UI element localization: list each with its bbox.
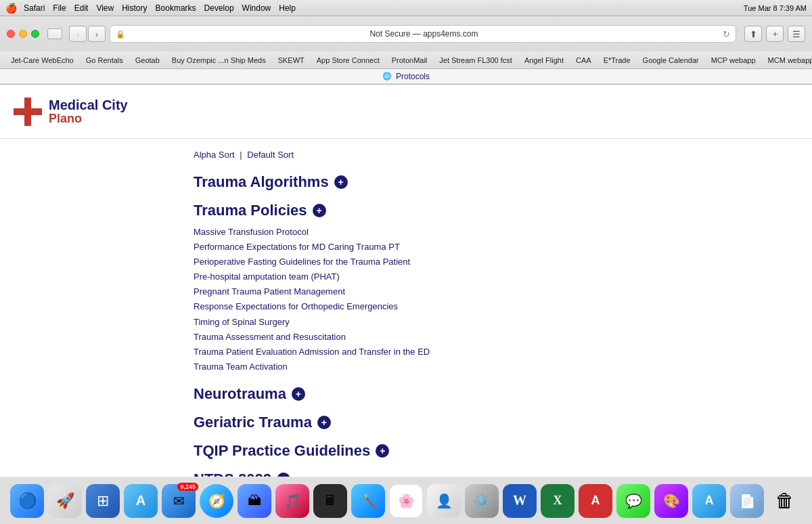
policy-prehospital-amputation[interactable]: Pre-hospital amputation team (PHAT) [194, 269, 785, 284]
dock-mail[interactable]: ✉ 9,245 [162, 484, 196, 518]
site-header: Medical City Plano [0, 85, 812, 139]
dock-creativek[interactable]: 🎨 [654, 484, 688, 518]
page-scroll-area[interactable]: Alpha Sort | Default Sort Trauma Algorit… [0, 139, 812, 477]
policy-pregnant-trauma[interactable]: Pregnant Trauma Patient Management [194, 284, 785, 299]
trauma-algorithms-toggle[interactable]: + [334, 175, 348, 189]
policy-performance-expectations[interactable]: Performance Expectations for MD Caring T… [194, 240, 785, 255]
forward-button[interactable]: › [88, 26, 106, 42]
close-button[interactable] [7, 30, 15, 38]
bookmark-protonmail[interactable]: ProtonMail [386, 55, 433, 66]
menu-safari[interactable]: Safari [24, 3, 45, 13]
dock-acrobat[interactable]: A [579, 484, 612, 518]
bookmark-skewt[interactable]: SKEWT [273, 55, 310, 66]
menu-history[interactable]: History [122, 3, 147, 13]
bookmark-etrade[interactable]: E*Trade [598, 55, 636, 66]
menu-develop[interactable]: Develop [204, 3, 234, 13]
minimize-button[interactable] [19, 30, 27, 38]
section-tqip: TQIP Practice Guidelines + [194, 442, 785, 460]
back-button[interactable]: ‹ [69, 26, 87, 42]
dock-excel[interactable]: X [541, 484, 574, 518]
dock-files[interactable]: 📄 [730, 484, 764, 518]
bookmark-angel-flight[interactable]: Angel Flight [519, 55, 569, 66]
dock-finder[interactable]: 🔵 [10, 484, 44, 518]
sort-separator: | [240, 150, 242, 160]
trauma-algorithms-heading[interactable]: Trauma Algorithms + [194, 173, 785, 191]
trauma-policies-label: Trauma Policies [194, 202, 307, 219]
policy-massive-transfusion[interactable]: Massive Transfusion Protocol [194, 225, 785, 240]
sort-links: Alpha Sort | Default Sort [194, 150, 785, 160]
tqip-label: TQIP Practice Guidelines [194, 442, 370, 460]
share-button[interactable]: ⬆ [744, 26, 762, 42]
dock-system-prefs[interactable]: ⚙️ [465, 484, 499, 518]
sidebar-toggle[interactable] [47, 28, 62, 39]
trauma-policies-heading[interactable]: Trauma Policies + [194, 202, 785, 219]
bookmark-ozempic[interactable]: Buy Ozempic ...n Ship Meds [166, 55, 271, 66]
dock: 🔵 🚀 ⊞ A ✉ 9,245 🧭 🏔 🎵 🖩 🔨 🌸 👤 ⚙️ W X [0, 477, 812, 524]
neurotrauma-toggle[interactable]: + [292, 387, 305, 401]
menu-edit[interactable]: Edit [74, 3, 89, 13]
bookmark-go-rentals[interactable]: Go Rentals [81, 55, 129, 66]
dock-trash[interactable]: 🗑 [768, 484, 802, 518]
bookmark-app-store-connect[interactable]: App Store Connect [311, 55, 385, 66]
sidebar-panel-button[interactable]: ☰ [788, 26, 805, 42]
section-neurotrauma: Neurotrauma + [194, 385, 785, 403]
policy-trauma-team-activation[interactable]: Trauma Team Activation [194, 359, 785, 374]
bookmark-jet-stream[interactable]: Jet Stream FL300 fcst [434, 55, 518, 66]
refresh-button[interactable]: ↻ [723, 29, 730, 39]
bookmark-mcm-webapp[interactable]: MCM webapp [763, 55, 812, 66]
apple-menu[interactable]: 🍎 [5, 3, 17, 14]
menu-bar-right: Tue Mar 8 7:39 AM [744, 4, 807, 12]
tqip-toggle[interactable]: + [376, 444, 389, 458]
section-trauma-algorithms: Trauma Algorithms + [194, 173, 785, 191]
dock-appstore2[interactable]: A [692, 484, 726, 518]
bookmark-mcp-webapp[interactable]: MCP webapp [706, 55, 761, 66]
protocols-link[interactable]: Protocols [396, 72, 430, 81]
dock-launchpad[interactable]: 🚀 [48, 484, 82, 518]
dock-calculator[interactable]: 🖩 [313, 484, 347, 518]
dock-photos[interactable]: 🌸 [389, 484, 423, 518]
dock-app-store[interactable]: A [124, 484, 158, 518]
menu-window[interactable]: Window [242, 3, 271, 13]
neurotrauma-heading[interactable]: Neurotrauma + [194, 385, 785, 403]
policy-response-expectations[interactable]: Response Expectations for Orthopedic Eme… [194, 299, 785, 314]
trauma-policies-list: Massive Transfusion Protocol Performance… [194, 225, 785, 374]
address-bar[interactable]: 🔒 Not Secure — apps4ems.com ↻ [110, 25, 736, 43]
dock-preview[interactable]: 🏔 [238, 484, 271, 518]
default-sort-link[interactable]: Default Sort [247, 150, 294, 160]
menu-bookmarks[interactable]: Bookmarks [156, 3, 196, 13]
bookmarks-bar: Jet-Care WebEcho Go Rentals Geotab Buy O… [0, 51, 812, 69]
alpha-sort-link[interactable]: Alpha Sort [194, 150, 235, 160]
dock-contacts[interactable]: 👤 [427, 484, 461, 518]
dock-word[interactable]: W [503, 484, 537, 518]
policy-trauma-patient-eval[interactable]: Trauma Patient Evaluation Admission and … [194, 345, 785, 359]
section-trauma-policies: Trauma Policies + Massive Transfusion Pr… [194, 202, 785, 374]
browser-toolbar: ‹ › 🔒 Not Secure — apps4ems.com ↻ ⬆ ＋ ☰ [0, 16, 812, 51]
url-display: Not Secure — apps4ems.com [129, 29, 719, 39]
menu-file[interactable]: File [53, 3, 66, 13]
bookmark-geotab[interactable]: Geotab [130, 55, 165, 66]
bookmark-jet-care[interactable]: Jet-Care WebEcho [5, 55, 79, 66]
dock-xcode[interactable]: 🔨 [351, 484, 385, 518]
neurotrauma-label: Neurotrauma [194, 385, 286, 403]
new-tab-button[interactable]: ＋ [766, 26, 784, 42]
browser-chrome: ‹ › 🔒 Not Secure — apps4ems.com ↻ ⬆ ＋ ☰ … [0, 16, 812, 85]
menu-help[interactable]: Help [279, 3, 296, 13]
maximize-button[interactable] [31, 30, 39, 38]
menu-bar: 🍎 Safari File Edit View History Bookmark… [0, 0, 812, 16]
trauma-algorithms-label: Trauma Algorithms [194, 173, 329, 191]
tqip-heading[interactable]: TQIP Practice Guidelines + [194, 442, 785, 460]
dock-music[interactable]: 🎵 [275, 484, 309, 518]
dock-messages[interactable]: 💬 [616, 484, 650, 518]
dock-mission-control[interactable]: ⊞ [86, 484, 120, 518]
menu-view[interactable]: View [96, 3, 114, 13]
bookmark-google-calendar[interactable]: Google Calendar [637, 55, 704, 66]
geriatric-trauma-heading[interactable]: Geriatric Trauma + [194, 414, 785, 431]
geriatric-trauma-toggle[interactable]: + [317, 416, 331, 429]
policy-trauma-assessment[interactable]: Trauma Assessment and Resuscitation [194, 330, 785, 345]
policy-perioperative-fasting[interactable]: Perioperative Fasting Guidelines for the… [194, 255, 785, 269]
trauma-policies-toggle[interactable]: + [313, 204, 326, 217]
dock-safari[interactable]: 🧭 [200, 484, 233, 518]
bookmark-caa[interactable]: CAA [570, 55, 597, 66]
policy-timing-spinal[interactable]: Timing of Spinal Surgery [194, 315, 785, 330]
globe-icon: 🌐 [382, 72, 392, 81]
